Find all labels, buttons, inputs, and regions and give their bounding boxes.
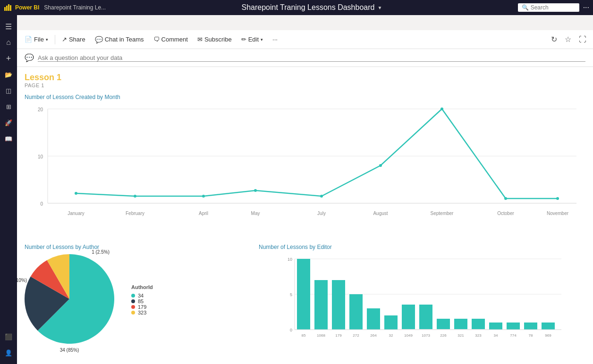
- file-chevron: ▾: [46, 37, 48, 42]
- pie-chart-section: Number of Lessons by Author 1 (2.5%) 4 (…: [25, 244, 251, 364]
- svg-rect-45: [454, 319, 467, 329]
- svg-rect-3: [10, 5, 11, 11]
- topbar-center: Sharepoint Traning Lessons Dashboard ▼: [110, 3, 514, 12]
- fullscreen-button[interactable]: ⛶: [576, 33, 589, 46]
- toolbar-divider-1: [55, 35, 55, 44]
- svg-point-12: [202, 195, 205, 198]
- legend-item-179: 179: [131, 304, 153, 310]
- file-button[interactable]: 📄 File ▾: [21, 34, 52, 45]
- toolbar: 📄 File ▾ ↗ Share 💬 Chat in Teams 🗨 Comme…: [17, 30, 593, 49]
- svg-text:5: 5: [290, 292, 292, 297]
- svg-rect-37: [314, 280, 328, 330]
- svg-text:November: November: [547, 211, 569, 216]
- sidebar-item-workspace[interactable]: ⬛: [1, 329, 16, 344]
- sidebar-item-learn[interactable]: 📖: [1, 131, 16, 146]
- pie-wrapper: 1 (2.5%) 4 (10%) 34 (85%): [25, 254, 251, 346]
- svg-point-15: [379, 164, 382, 167]
- legend-dot-179: [131, 305, 135, 309]
- line-chart-container: 20 10 0: [25, 104, 585, 236]
- sidebar-item-browse[interactable]: 📂: [1, 67, 16, 82]
- refresh-button[interactable]: ↻: [548, 33, 560, 46]
- svg-rect-38: [332, 280, 345, 330]
- legend-dot-323: [131, 311, 135, 314]
- svg-rect-1: [6, 6, 8, 11]
- line-chart-svg: 20 10 0: [25, 104, 585, 227]
- svg-text:10: 10: [38, 154, 43, 159]
- favorite-button[interactable]: ☆: [562, 33, 574, 46]
- svg-text:85: 85: [302, 333, 306, 338]
- pie-chart-title: Number of Lessons by Author: [25, 244, 251, 250]
- qa-input[interactable]: [38, 54, 585, 62]
- svg-point-16: [441, 108, 443, 110]
- pie-chart-container: 1 (2.5%) 4 (10%) 34 (85%): [25, 254, 114, 346]
- sidebar-item-apps[interactable]: ⊞: [1, 99, 16, 114]
- subscribe-icon: ✉: [197, 36, 203, 43]
- share-icon: ↗: [62, 36, 67, 43]
- svg-text:272: 272: [353, 333, 359, 338]
- powerbi-icon: [4, 3, 12, 12]
- svg-text:0: 0: [290, 328, 292, 332]
- sidebar-item-menu[interactable]: ☰: [1, 19, 16, 34]
- bar-chart-svg: 10 5 0: [259, 254, 585, 364]
- svg-text:323: 323: [475, 333, 482, 338]
- edit-button[interactable]: ✏ Edit ▾: [237, 34, 267, 45]
- svg-rect-2: [8, 4, 9, 11]
- svg-text:0: 0: [40, 201, 43, 207]
- svg-text:September: September: [431, 211, 454, 216]
- svg-rect-43: [419, 305, 432, 329]
- legend-item-323: 323: [131, 310, 153, 315]
- svg-text:October: October: [497, 211, 514, 216]
- bar-chart-title: Number of Lessons by Editor: [259, 244, 585, 250]
- legend-dot-85: [131, 299, 135, 303]
- edit-icon: ✏: [241, 36, 246, 43]
- comment-button[interactable]: 🗨 Comment: [150, 34, 192, 45]
- svg-rect-39: [349, 294, 363, 330]
- more-options-icon[interactable]: ···: [583, 3, 589, 12]
- pie-label-1: 1 (2.5%): [92, 249, 110, 255]
- svg-point-10: [75, 192, 77, 195]
- svg-text:34: 34: [494, 333, 498, 338]
- chevron-down-icon[interactable]: ▼: [377, 5, 382, 10]
- svg-text:10: 10: [288, 257, 292, 262]
- legend-item-34: 34: [131, 293, 153, 298]
- svg-point-13: [254, 189, 257, 192]
- line-chart-section: Number of Lessons Created by Month 20 10…: [17, 90, 593, 240]
- svg-point-17: [504, 197, 507, 200]
- svg-point-18: [556, 197, 559, 200]
- edit-chevron: ▾: [261, 37, 263, 42]
- search-input[interactable]: [531, 4, 578, 11]
- svg-text:1073: 1073: [422, 333, 430, 338]
- svg-point-11: [134, 195, 136, 198]
- svg-rect-50: [542, 323, 555, 330]
- page-title-area: Lesson 1 PAGE 1: [17, 67, 593, 90]
- svg-text:August: August: [373, 211, 388, 216]
- svg-text:February: February: [126, 211, 144, 216]
- sidebar-item-home[interactable]: ⌂: [1, 35, 16, 50]
- svg-rect-40: [367, 308, 380, 330]
- pie-label-3: 34 (85%): [60, 347, 79, 353]
- svg-rect-46: [472, 319, 485, 329]
- more-options-button[interactable]: ···: [269, 34, 281, 45]
- sidebar-item-account[interactable]: 👤: [1, 345, 16, 360]
- svg-text:179: 179: [335, 333, 342, 338]
- line-chart-title: Number of Lessons Created by Month: [25, 94, 585, 100]
- svg-text:32: 32: [389, 333, 393, 338]
- app-name: Power BI: [15, 4, 39, 11]
- search-box[interactable]: 🔍: [518, 3, 579, 12]
- subscribe-button[interactable]: ✉ Subscribe: [194, 34, 236, 45]
- bar-chart-container: 10 5 0: [259, 254, 585, 364]
- file-icon: 📄: [25, 36, 32, 43]
- qa-bar: 💬: [17, 49, 593, 67]
- svg-rect-48: [507, 323, 520, 330]
- chat-in-teams-button[interactable]: 💬 Chat in Teams: [91, 34, 148, 45]
- toolbar-right: ↻ ☆ ⛶: [548, 33, 589, 46]
- sidebar-item-deploy[interactable]: 🚀: [1, 115, 16, 130]
- bottom-charts: Number of Lessons by Author 1 (2.5%) 4 (…: [17, 240, 593, 364]
- share-button[interactable]: ↗ Share: [58, 34, 89, 45]
- report-name: Sharepoint Training Le...: [44, 4, 106, 11]
- sidebar-item-create[interactable]: +: [1, 51, 16, 66]
- svg-rect-49: [524, 323, 537, 330]
- sidebar-item-data[interactable]: ◫: [1, 83, 16, 98]
- search-icon: 🔍: [522, 4, 529, 11]
- svg-text:774: 774: [510, 333, 517, 338]
